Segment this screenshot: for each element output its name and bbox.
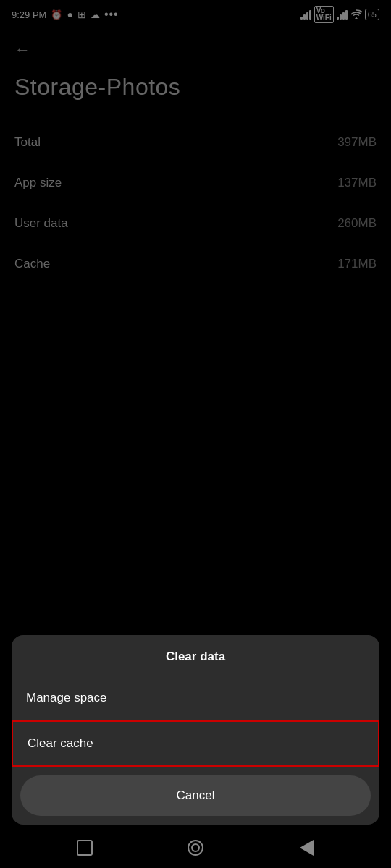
home-button[interactable] (182, 835, 209, 861)
recents-icon (77, 840, 93, 856)
manage-space-label: Manage space (26, 691, 107, 705)
home-icon (188, 840, 203, 856)
clear-cache-item[interactable]: Clear cache (12, 720, 379, 767)
cancel-button[interactable]: Cancel (20, 775, 371, 816)
clear-cache-label: Clear cache (28, 736, 93, 750)
cancel-label: Cancel (177, 788, 215, 802)
back-nav-icon (300, 840, 314, 856)
recents-button[interactable] (72, 835, 98, 861)
manage-space-item[interactable]: Manage space (12, 676, 379, 720)
bottom-nav (0, 827, 391, 868)
bottom-sheet: Clear data Manage space Clear cache Canc… (12, 635, 379, 825)
back-nav-button[interactable] (293, 835, 319, 861)
sheet-title: Clear data (12, 635, 379, 676)
